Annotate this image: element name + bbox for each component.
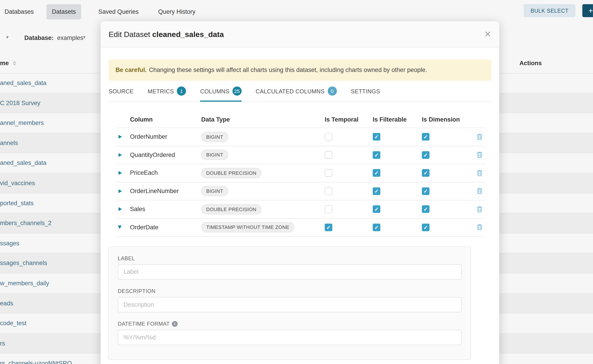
delete-column-button[interactable] [474, 134, 485, 140]
tab-columns[interactable]: COLUMNS25 [200, 81, 241, 101]
column-row: PriceEach DOUBLE PRECISION [116, 164, 485, 182]
is-dimension-checkbox[interactable] [422, 205, 430, 213]
column-name: OrderDate [130, 224, 201, 231]
name-column-header: me [0, 60, 9, 66]
dataset-link[interactable]: aned_sales_data [0, 160, 46, 166]
column-name: OrderNumber [130, 134, 201, 140]
delete-column-button[interactable] [474, 206, 485, 212]
nav-datasets[interactable]: Datasets [46, 4, 81, 20]
add-button[interactable]: + [582, 4, 593, 17]
dataset-name: cleaned_sales_data [152, 30, 224, 38]
is-dimension-checkbox[interactable] [422, 223, 430, 231]
nav-databases[interactable]: Databases [5, 8, 34, 15]
label-input[interactable] [118, 264, 461, 280]
is-dimension-checkbox[interactable] [422, 187, 430, 195]
chevron-down-icon[interactable]: ▾ [83, 34, 86, 40]
trash-icon [477, 170, 482, 176]
description-field-label: DESCRIPTION [118, 288, 461, 294]
columns-count-badge: 25 [232, 86, 242, 96]
dataset-link[interactable]: ported_stats [0, 200, 34, 206]
tab-settings[interactable]: SETTINGS [351, 81, 380, 101]
dataset-link[interactable]: rs [0, 340, 5, 347]
column-row: QuantityOrdered BIGINT [116, 146, 485, 164]
close-icon[interactable]: × [485, 29, 491, 39]
dataset-link[interactable]: aned_sales_data [0, 80, 46, 86]
column-row: Sales DOUBLE PRECISION [116, 200, 485, 218]
sort-icon[interactable] [13, 61, 16, 65]
is-temporal-checkbox[interactable] [325, 151, 332, 159]
delete-column-button[interactable] [474, 224, 485, 230]
column-row: OrderDate TIMESTAMP WITHOUT TIME ZONE [116, 219, 485, 237]
is-temporal-checkbox[interactable] [325, 133, 332, 141]
is-dimension-checkbox[interactable] [422, 133, 430, 141]
dataset-link[interactable]: w_members_daily [0, 280, 49, 286]
expand-caret-icon[interactable] [119, 189, 122, 193]
is-temporal-checkbox[interactable] [325, 169, 332, 177]
trash-icon [477, 152, 482, 158]
data-type-pill: BIGINT [201, 186, 228, 196]
dataset-link[interactable]: eads [0, 300, 13, 306]
dataset-link[interactable]: annels [0, 140, 18, 146]
is-dimension-checkbox[interactable] [422, 169, 430, 177]
is-filterable-checkbox[interactable] [373, 169, 381, 177]
dataset-link[interactable]: mbers_channels_2 [0, 220, 52, 227]
actions-column-header: Actions [520, 60, 542, 66]
dataset-link[interactable]: ssages_channels [0, 260, 47, 266]
app-root: Databases Datasets Saved Queries Query H… [0, 0, 593, 364]
trash-icon [477, 134, 482, 140]
chevron-down-icon[interactable]: ▾ [6, 34, 9, 40]
top-nav: Databases Datasets Saved Queries Query H… [0, 0, 593, 24]
bulk-select-button[interactable]: BULK SELECT [524, 4, 576, 17]
is-temporal-header: Is Temporal [325, 116, 373, 123]
is-dimension-checkbox[interactable] [422, 151, 430, 159]
datetime-format-input[interactable] [118, 330, 461, 345]
nav-saved-queries[interactable]: Saved Queries [98, 8, 139, 15]
edit-dataset-modal: Edit Dataset cleaned_sales_data × Be car… [101, 21, 499, 364]
is-temporal-checkbox[interactable] [325, 205, 332, 213]
delete-column-button[interactable] [474, 170, 485, 176]
dataset-link[interactable]: C 2018 Survey [0, 100, 40, 106]
expand-caret-icon[interactable] [119, 171, 122, 175]
tab-calculated-columns[interactable]: CALCULATED COLUMNS0 [256, 81, 337, 101]
expand-caret-icon[interactable] [118, 226, 122, 229]
is-filterable-header: Is Filterable [373, 116, 422, 123]
warning-text: Changing these settings will affect all … [149, 67, 427, 73]
dataset-link[interactable]: vid_vaccines [0, 180, 35, 186]
expand-caret-icon[interactable] [119, 135, 122, 139]
tab-source[interactable]: SOURCE [109, 81, 133, 101]
dataset-link[interactable]: annel_members [0, 120, 44, 126]
modal-tabs: SOURCE METRICS1 COLUMNS25 CALCULATED COL… [109, 81, 491, 102]
nav-query-history[interactable]: Query History [158, 8, 195, 15]
is-dimension-header: Is Dimension [422, 116, 474, 123]
dataset-link[interactable]: ssages [0, 240, 20, 247]
dataset-link[interactable]: rs_channels-uzooNNtSRO [0, 360, 72, 364]
expand-caret-icon[interactable] [119, 153, 122, 157]
is-filterable-checkbox[interactable] [373, 205, 381, 213]
data-type-pill: BIGINT [201, 150, 228, 160]
is-temporal-checkbox[interactable] [325, 223, 332, 231]
modal-header: Edit Dataset cleaned_sales_data × [101, 21, 499, 48]
delete-column-button[interactable] [474, 152, 485, 158]
label-field-label: LABEL [118, 255, 461, 261]
expand-caret-icon[interactable] [119, 207, 122, 211]
dataset-link[interactable]: code_test [0, 320, 26, 326]
info-icon[interactable] [172, 321, 178, 326]
is-filterable-checkbox[interactable] [373, 187, 381, 195]
is-filterable-checkbox[interactable] [373, 151, 381, 159]
data-type-pill: DOUBLE PRECISION [201, 204, 262, 214]
warning-banner: Be careful. Changing these settings will… [109, 59, 491, 81]
is-temporal-checkbox[interactable] [325, 187, 332, 195]
is-filterable-checkbox[interactable] [373, 133, 381, 141]
column-row: OrderLineNumber BIGINT [116, 182, 485, 200]
column-header: Column [130, 116, 201, 123]
columns-table-header: Column Data Type Is Temporal Is Filterab… [116, 111, 485, 128]
trash-icon [477, 206, 482, 212]
delete-column-button[interactable] [474, 188, 485, 195]
column-editor-panel: LABEL DESCRIPTION DATETIME FORMAT [108, 247, 471, 360]
tab-metrics[interactable]: METRICS1 [148, 81, 186, 101]
description-input[interactable] [118, 297, 461, 312]
trash-icon [477, 188, 482, 195]
database-filter-select[interactable]: examples [57, 35, 83, 41]
modal-title: Edit Dataset cleaned_sales_data [109, 30, 224, 39]
is-filterable-checkbox[interactable] [373, 223, 381, 231]
